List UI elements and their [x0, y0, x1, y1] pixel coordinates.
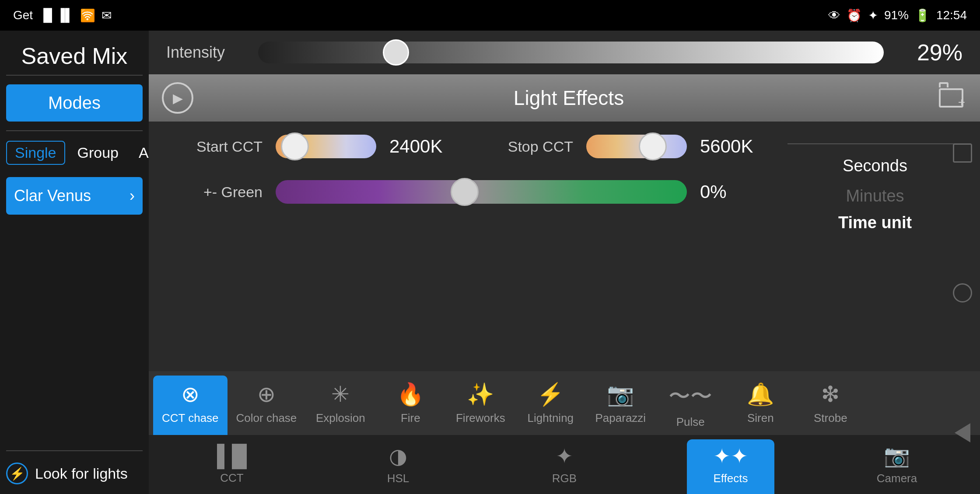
- effect-explosion[interactable]: ✳ Explosion: [305, 376, 375, 435]
- stop-cct-slider[interactable]: [586, 135, 687, 158]
- effect-siren[interactable]: 🔔 Siren: [725, 376, 795, 435]
- time-unit-label: Time unit: [788, 209, 962, 232]
- cct-nav-label: CCT: [220, 471, 243, 485]
- bottom-nav: ▐▐▌ CCT ◑ HSL ✦ RGB ✦✦ Effects 📷 Camera: [149, 435, 980, 494]
- look-for-lights-button[interactable]: ⚡ Look for lights: [0, 453, 149, 494]
- explosion-label: Explosion: [316, 411, 365, 425]
- lightning-label: Lightning: [528, 411, 574, 425]
- effect-fire[interactable]: 🔥 Fire: [375, 376, 445, 435]
- fireworks-label: Fireworks: [456, 411, 505, 425]
- bluetooth-icon: ✦: [868, 8, 878, 23]
- message-icon: ✉: [102, 8, 112, 23]
- filter-single[interactable]: Single: [6, 141, 65, 165]
- square-icon: [953, 143, 972, 163]
- minutes-option[interactable]: Minutes: [788, 183, 962, 209]
- effect-strobe[interactable]: ❇ Strobe: [795, 376, 865, 435]
- content-area: Start CCT 2400K Stop CCT: [149, 122, 980, 371]
- fireworks-icon: ✨: [467, 382, 494, 407]
- android-nav: [945, 61, 980, 494]
- effect-fireworks[interactable]: ✨ Fireworks: [445, 376, 515, 435]
- rgb-nav-label: RGB: [552, 472, 577, 485]
- sidebar-divider-3: [6, 450, 143, 451]
- stop-cct-label: Stop CCT: [477, 138, 573, 155]
- effects-nav-icon: ✦✦: [713, 444, 748, 468]
- color-chase-icon: ⊕: [257, 382, 276, 407]
- strobe-label: Strobe: [814, 411, 847, 425]
- siren-label: Siren: [747, 411, 774, 425]
- time-display: 12:54: [936, 8, 967, 22]
- start-cct-label: Start CCT: [166, 138, 262, 155]
- carrier-label: Get: [13, 8, 33, 22]
- battery-icon: 🔋: [915, 8, 930, 23]
- status-bar: Get ▐▌▐▌ 🛜 ✉ 👁 ⏰ ✦ 91% 🔋 12:54: [0, 0, 980, 31]
- green-slider[interactable]: [276, 180, 687, 204]
- device-item-clar-venus[interactable]: Clar Venus ›: [6, 177, 143, 215]
- effects-nav-label: Effects: [713, 472, 748, 485]
- nav-camera[interactable]: 📷 Camera: [853, 439, 941, 494]
- android-back-button[interactable]: [949, 420, 976, 446]
- nav-hsl[interactable]: ◑ HSL: [354, 439, 442, 494]
- status-right: 👁 ⏰ ✦ 91% 🔋 12:54: [828, 8, 967, 23]
- time-unit-panel: Seconds Minutes Time unit: [788, 143, 962, 232]
- right-controls: Seconds Minutes Time unit: [788, 135, 962, 358]
- alarm-icon: ⏰: [847, 8, 862, 23]
- start-cct-row: Start CCT 2400K: [166, 135, 459, 158]
- circle-icon: [953, 283, 972, 303]
- stop-cct-track: [586, 135, 687, 158]
- fire-icon: 🔥: [397, 382, 424, 407]
- intensity-thumb[interactable]: [383, 39, 409, 66]
- right-panel: Intensity 29% ▶ Light Effects +: [149, 31, 980, 494]
- effect-color-chase[interactable]: ⊕ Color chase: [228, 376, 306, 435]
- filter-row: Single Group All: [0, 133, 149, 173]
- siren-icon: 🔔: [747, 382, 774, 407]
- intensity-slider[interactable]: [258, 42, 884, 63]
- intensity-label: Intensity: [166, 43, 245, 62]
- chevron-right-icon: ›: [130, 187, 135, 205]
- nav-rgb[interactable]: ✦ RGB: [521, 439, 608, 494]
- left-controls: Start CCT 2400K Stop CCT: [166, 135, 770, 358]
- effect-lightning[interactable]: ⚡ Lightning: [515, 376, 585, 435]
- intensity-row: Intensity 29%: [149, 31, 980, 74]
- green-track: [276, 180, 687, 204]
- eye-icon: 👁: [828, 8, 840, 23]
- wifi-icon: 🛜: [80, 8, 95, 23]
- start-cct-thumb[interactable]: [281, 132, 309, 160]
- start-cct-slider[interactable]: [276, 135, 376, 158]
- modes-button[interactable]: Modes: [6, 84, 143, 122]
- green-thumb[interactable]: [451, 178, 479, 206]
- stop-cct-row: Stop CCT 5600K: [477, 135, 770, 158]
- paparazzi-icon: 📷: [607, 382, 634, 407]
- play-button[interactable]: ▶: [162, 82, 193, 114]
- look-for-lights-label: Look for lights: [35, 465, 128, 482]
- green-value: 0%: [700, 181, 770, 202]
- rgb-nav-icon: ✦: [556, 444, 573, 468]
- green-slider-row: +- Green 0%: [166, 180, 770, 204]
- camera-nav-label: Camera: [877, 472, 917, 485]
- pulse-label: Pulse: [676, 415, 705, 429]
- intensity-track: [258, 42, 884, 63]
- android-home-button[interactable]: [949, 280, 976, 306]
- cct-chase-icon: ⊗: [181, 382, 200, 407]
- effect-pulse[interactable]: 〜〜 Pulse: [655, 376, 725, 435]
- light-effects-title: Light Effects: [202, 86, 935, 110]
- nav-cct[interactable]: ▐▐▌ CCT: [188, 439, 276, 494]
- hsl-nav-label: HSL: [387, 472, 410, 485]
- filter-group[interactable]: Group: [70, 142, 127, 164]
- effect-cct-chase[interactable]: ⊗ CCT chase: [153, 376, 228, 435]
- android-square-button[interactable]: [949, 140, 976, 166]
- sidebar-title: Saved Mix: [0, 31, 149, 73]
- stop-cct-thumb[interactable]: [639, 132, 667, 160]
- effects-toolbar: ⊗ CCT chase ⊕ Color chase ✳ Explosion 🔥 …: [149, 371, 980, 435]
- effect-paparazzi[interactable]: 📷 Paparazzi: [585, 376, 655, 435]
- nav-effects[interactable]: ✦✦ Effects: [687, 439, 774, 494]
- paparazzi-label: Paparazzi: [595, 411, 646, 425]
- cct-chase-label: CCT chase: [162, 411, 219, 425]
- strobe-icon: ❇: [821, 382, 840, 407]
- explosion-icon: ✳: [331, 382, 350, 407]
- seconds-option[interactable]: Seconds: [788, 153, 962, 179]
- bluetooth-scan-icon: ⚡: [6, 463, 28, 484]
- device-name: Clar Venus: [14, 187, 91, 205]
- signal-icon: ▐▌▐▌: [39, 8, 74, 22]
- start-cct-value: 2400K: [389, 136, 459, 157]
- back-triangle-icon: [955, 423, 970, 442]
